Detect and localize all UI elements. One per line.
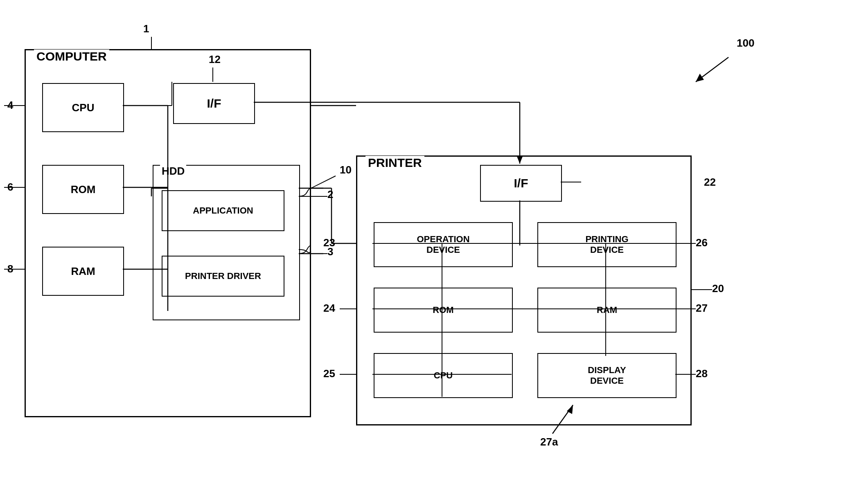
ref-1: 1 (143, 22, 149, 35)
operation-device-box: OPERATIONDEVICE (374, 222, 513, 267)
printing-device-box: PRINTINGDEVICE (537, 222, 677, 267)
cpu-printer-box: CPU (374, 353, 513, 398)
display-device-box: DISPLAYDEVICE (537, 353, 677, 398)
ref-4: 4 (7, 99, 13, 112)
if-computer-box: I/F (173, 83, 255, 124)
svg-line-24 (696, 57, 728, 82)
if-computer-label: I/F (207, 97, 221, 110)
ram-label: RAM (71, 265, 95, 278)
ref-20: 20 (712, 282, 724, 295)
svg-line-32 (311, 176, 336, 188)
hdd-label: HDD (160, 165, 186, 178)
application-box: APPLICATION (162, 190, 284, 231)
rom-box: ROM (42, 165, 124, 214)
display-device-label: DISPLAYDEVICE (588, 365, 626, 386)
ref-2: 2 (327, 188, 333, 201)
svg-marker-25 (696, 74, 704, 82)
ref-24: 24 (323, 302, 335, 315)
cpu-label: CPU (72, 101, 95, 114)
printer-box: PRINTER I/F OPERATIONDEVICE PRINTINGDEVI… (356, 155, 692, 425)
operation-device-label: OPERATIONDEVICE (417, 234, 469, 255)
ref-12: 12 (209, 53, 221, 66)
diagram: COMPUTER CPU ROM RAM I/F HDD APPLICATION… (0, 0, 857, 504)
computer-label: COMPUTER (34, 50, 109, 63)
printer-label: PRINTER (365, 156, 424, 170)
rom-label: ROM (71, 183, 96, 196)
printer-driver-label: PRINTER DRIVER (185, 271, 261, 281)
ref-100: 100 (737, 37, 754, 50)
if-printer-label: I/F (514, 176, 528, 190)
ram-box: RAM (42, 247, 124, 296)
application-label: APPLICATION (193, 205, 253, 216)
ref-28: 28 (696, 367, 708, 380)
ref-10: 10 (340, 164, 352, 176)
ref-23: 23 (323, 236, 335, 249)
ref-6: 6 (7, 181, 13, 194)
rom-printer-box: ROM (374, 288, 513, 333)
rom-printer-label: ROM (433, 305, 453, 315)
ram-printer-box: RAM (537, 288, 677, 333)
hdd-box: HDD APPLICATION PRINTER DRIVER (153, 165, 300, 320)
computer-box: COMPUTER CPU ROM RAM I/F HDD APPLICATION… (25, 49, 311, 417)
printing-device-label: PRINTINGDEVICE (585, 234, 628, 255)
ref-27: 27 (696, 302, 708, 315)
cpu-box: CPU (42, 83, 124, 132)
cpu-printer-label: CPU (434, 370, 453, 381)
ram-printer-label: RAM (597, 305, 617, 315)
ref-22: 22 (704, 176, 716, 189)
ref-8: 8 (7, 263, 13, 275)
ref-25: 25 (323, 367, 335, 380)
ref-27a: 27a (540, 436, 558, 448)
ref-26: 26 (696, 236, 708, 249)
printer-driver-box: PRINTER DRIVER (162, 256, 284, 297)
if-printer-box: I/F (480, 165, 562, 202)
